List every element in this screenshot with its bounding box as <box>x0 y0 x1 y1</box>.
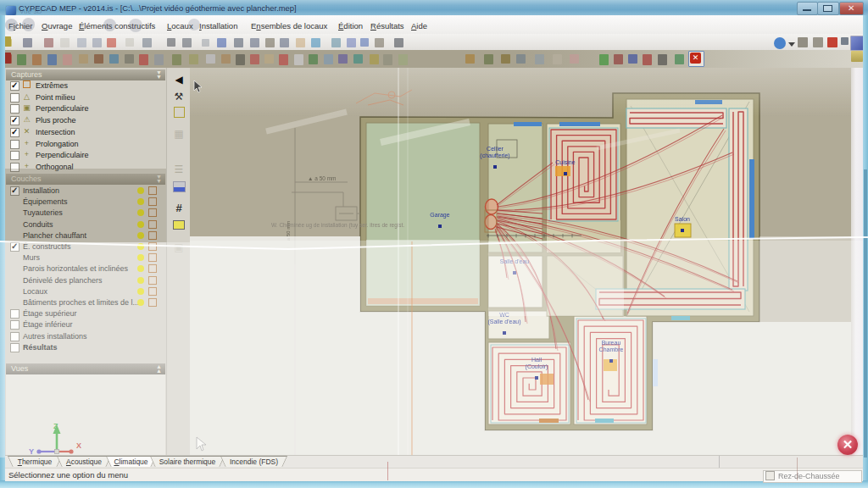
svg-text:Garage: Garage <box>430 212 449 219</box>
svg-text:Cellier: Cellier <box>487 146 504 152</box>
svg-text:W. Cheminée ug de installation: W. Cheminée ug de installation (tuy ser.… <box>271 222 404 229</box>
svg-text:Cuisine: Cuisine <box>555 159 575 165</box>
svg-text:(chaufferie): (chaufferie) <box>480 152 509 159</box>
svg-text:▲ a 50 mm: ▲ a 50 mm <box>308 175 337 181</box>
svg-text:Salon: Salon <box>675 216 690 222</box>
